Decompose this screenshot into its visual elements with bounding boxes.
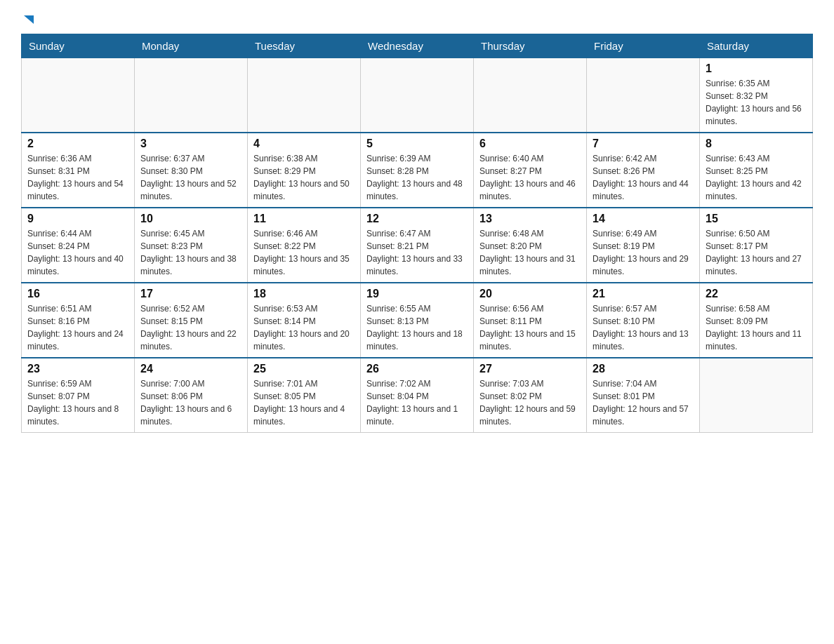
- calendar-header-tuesday: Tuesday: [248, 34, 361, 58]
- day-number: 1: [706, 62, 807, 75]
- day-number: 5: [366, 137, 468, 150]
- day-number: 27: [479, 363, 581, 375]
- day-info: Sunrise: 7:02 AM Sunset: 8:04 PM Dayligh…: [366, 377, 468, 428]
- day-number: 7: [593, 137, 694, 150]
- calendar-cell: 1Sunrise: 6:35 AM Sunset: 8:32 PM Daylig…: [700, 58, 813, 133]
- day-number: 13: [479, 213, 581, 225]
- calendar-cell: 17Sunrise: 6:52 AM Sunset: 8:15 PM Dayli…: [135, 283, 248, 358]
- calendar-cell: [22, 58, 135, 133]
- day-info: Sunrise: 6:57 AM Sunset: 8:10 PM Dayligh…: [593, 302, 694, 353]
- calendar-cell: 23Sunrise: 6:59 AM Sunset: 8:07 PM Dayli…: [22, 358, 135, 433]
- calendar-cell: 24Sunrise: 7:00 AM Sunset: 8:06 PM Dayli…: [135, 358, 248, 433]
- day-number: 23: [27, 363, 128, 375]
- calendar-cell: [474, 58, 587, 133]
- day-number: 16: [27, 288, 128, 300]
- calendar-cell: 8Sunrise: 6:43 AM Sunset: 8:25 PM Daylig…: [700, 133, 813, 208]
- logo: [21, 14, 35, 27]
- calendar-cell: 5Sunrise: 6:39 AM Sunset: 8:28 PM Daylig…: [361, 133, 474, 208]
- day-info: Sunrise: 6:45 AM Sunset: 8:23 PM Dayligh…: [140, 227, 241, 278]
- calendar-cell: 7Sunrise: 6:42 AM Sunset: 8:26 PM Daylig…: [587, 133, 700, 208]
- calendar-cell: 19Sunrise: 6:55 AM Sunset: 8:13 PM Dayli…: [361, 283, 474, 358]
- calendar-header-sunday: Sunday: [22, 34, 135, 58]
- day-info: Sunrise: 6:36 AM Sunset: 8:31 PM Dayligh…: [27, 152, 128, 203]
- day-info: Sunrise: 6:35 AM Sunset: 8:32 PM Dayligh…: [706, 77, 807, 128]
- calendar-week-row: 1Sunrise: 6:35 AM Sunset: 8:32 PM Daylig…: [22, 58, 813, 133]
- calendar-header-wednesday: Wednesday: [361, 34, 474, 58]
- calendar-cell: 12Sunrise: 6:47 AM Sunset: 8:21 PM Dayli…: [361, 208, 474, 283]
- calendar-cell: 9Sunrise: 6:44 AM Sunset: 8:24 PM Daylig…: [22, 208, 135, 283]
- calendar-cell: 11Sunrise: 6:46 AM Sunset: 8:22 PM Dayli…: [248, 208, 361, 283]
- day-info: Sunrise: 6:38 AM Sunset: 8:29 PM Dayligh…: [253, 152, 355, 203]
- calendar-cell: 4Sunrise: 6:38 AM Sunset: 8:29 PM Daylig…: [248, 133, 361, 208]
- day-number: 21: [593, 288, 694, 300]
- calendar-week-row: 9Sunrise: 6:44 AM Sunset: 8:24 PM Daylig…: [22, 208, 813, 283]
- calendar-cell: 3Sunrise: 6:37 AM Sunset: 8:30 PM Daylig…: [135, 133, 248, 208]
- day-info: Sunrise: 7:04 AM Sunset: 8:01 PM Dayligh…: [593, 377, 694, 428]
- logo-arrow-icon: [22, 14, 35, 27]
- calendar-header-saturday: Saturday: [700, 34, 813, 58]
- day-info: Sunrise: 6:55 AM Sunset: 8:13 PM Dayligh…: [366, 302, 468, 353]
- calendar-header-thursday: Thursday: [474, 34, 587, 58]
- day-number: 19: [366, 288, 468, 300]
- day-info: Sunrise: 6:39 AM Sunset: 8:28 PM Dayligh…: [366, 152, 468, 203]
- day-info: Sunrise: 6:51 AM Sunset: 8:16 PM Dayligh…: [27, 302, 128, 353]
- calendar-cell: [361, 58, 474, 133]
- day-number: 2: [27, 137, 128, 150]
- day-number: 10: [140, 213, 241, 225]
- day-number: 15: [706, 213, 807, 225]
- day-info: Sunrise: 6:59 AM Sunset: 8:07 PM Dayligh…: [27, 377, 128, 428]
- day-number: 12: [366, 213, 468, 225]
- calendar-week-row: 2Sunrise: 6:36 AM Sunset: 8:31 PM Daylig…: [22, 133, 813, 208]
- day-info: Sunrise: 7:01 AM Sunset: 8:05 PM Dayligh…: [253, 377, 355, 428]
- day-info: Sunrise: 7:00 AM Sunset: 8:06 PM Dayligh…: [140, 377, 241, 428]
- day-number: 8: [706, 137, 807, 150]
- day-info: Sunrise: 6:47 AM Sunset: 8:21 PM Dayligh…: [366, 227, 468, 278]
- day-info: Sunrise: 7:03 AM Sunset: 8:02 PM Dayligh…: [479, 377, 581, 428]
- calendar-cell: 28Sunrise: 7:04 AM Sunset: 8:01 PM Dayli…: [587, 358, 700, 433]
- day-info: Sunrise: 6:40 AM Sunset: 8:27 PM Dayligh…: [479, 152, 581, 203]
- day-info: Sunrise: 6:56 AM Sunset: 8:11 PM Dayligh…: [479, 302, 581, 353]
- calendar-cell: 18Sunrise: 6:53 AM Sunset: 8:14 PM Dayli…: [248, 283, 361, 358]
- day-number: 28: [593, 363, 694, 375]
- day-info: Sunrise: 6:49 AM Sunset: 8:19 PM Dayligh…: [593, 227, 694, 278]
- day-number: 6: [479, 137, 581, 150]
- day-number: 26: [366, 363, 468, 375]
- day-info: Sunrise: 6:50 AM Sunset: 8:17 PM Dayligh…: [706, 227, 807, 278]
- calendar-cell: 26Sunrise: 7:02 AM Sunset: 8:04 PM Dayli…: [361, 358, 474, 433]
- day-number: 22: [706, 288, 807, 300]
- calendar-cell: [587, 58, 700, 133]
- day-info: Sunrise: 6:37 AM Sunset: 8:30 PM Dayligh…: [140, 152, 241, 203]
- calendar-header-monday: Monday: [135, 34, 248, 58]
- calendar-header-friday: Friday: [587, 34, 700, 58]
- day-info: Sunrise: 6:48 AM Sunset: 8:20 PM Dayligh…: [479, 227, 581, 278]
- day-info: Sunrise: 6:53 AM Sunset: 8:14 PM Dayligh…: [253, 302, 355, 353]
- calendar-cell: 20Sunrise: 6:56 AM Sunset: 8:11 PM Dayli…: [474, 283, 587, 358]
- calendar-cell: 10Sunrise: 6:45 AM Sunset: 8:23 PM Dayli…: [135, 208, 248, 283]
- calendar-cell: 25Sunrise: 7:01 AM Sunset: 8:05 PM Dayli…: [248, 358, 361, 433]
- page-header: [21, 14, 813, 27]
- calendar-cell: 6Sunrise: 6:40 AM Sunset: 8:27 PM Daylig…: [474, 133, 587, 208]
- day-info: Sunrise: 6:58 AM Sunset: 8:09 PM Dayligh…: [706, 302, 807, 353]
- calendar-cell: 2Sunrise: 6:36 AM Sunset: 8:31 PM Daylig…: [22, 133, 135, 208]
- day-number: 3: [140, 137, 241, 150]
- day-number: 14: [593, 213, 694, 225]
- calendar-cell: 13Sunrise: 6:48 AM Sunset: 8:20 PM Dayli…: [474, 208, 587, 283]
- day-info: Sunrise: 6:43 AM Sunset: 8:25 PM Dayligh…: [706, 152, 807, 203]
- day-number: 18: [253, 288, 355, 300]
- calendar-week-row: 23Sunrise: 6:59 AM Sunset: 8:07 PM Dayli…: [22, 358, 813, 433]
- calendar-cell: 21Sunrise: 6:57 AM Sunset: 8:10 PM Dayli…: [587, 283, 700, 358]
- day-number: 9: [27, 213, 128, 225]
- calendar-week-row: 16Sunrise: 6:51 AM Sunset: 8:16 PM Dayli…: [22, 283, 813, 358]
- day-info: Sunrise: 6:46 AM Sunset: 8:22 PM Dayligh…: [253, 227, 355, 278]
- day-number: 11: [253, 213, 355, 225]
- calendar-cell: [135, 58, 248, 133]
- calendar-header-row: SundayMondayTuesdayWednesdayThursdayFrid…: [22, 34, 813, 58]
- svg-marker-0: [24, 15, 34, 24]
- day-info: Sunrise: 6:42 AM Sunset: 8:26 PM Dayligh…: [593, 152, 694, 203]
- day-number: 24: [140, 363, 241, 375]
- calendar-cell: [248, 58, 361, 133]
- calendar-table: SundayMondayTuesdayWednesdayThursdayFrid…: [21, 34, 813, 433]
- calendar-cell: [700, 358, 813, 433]
- calendar-cell: 14Sunrise: 6:49 AM Sunset: 8:19 PM Dayli…: [587, 208, 700, 283]
- calendar-cell: 16Sunrise: 6:51 AM Sunset: 8:16 PM Dayli…: [22, 283, 135, 358]
